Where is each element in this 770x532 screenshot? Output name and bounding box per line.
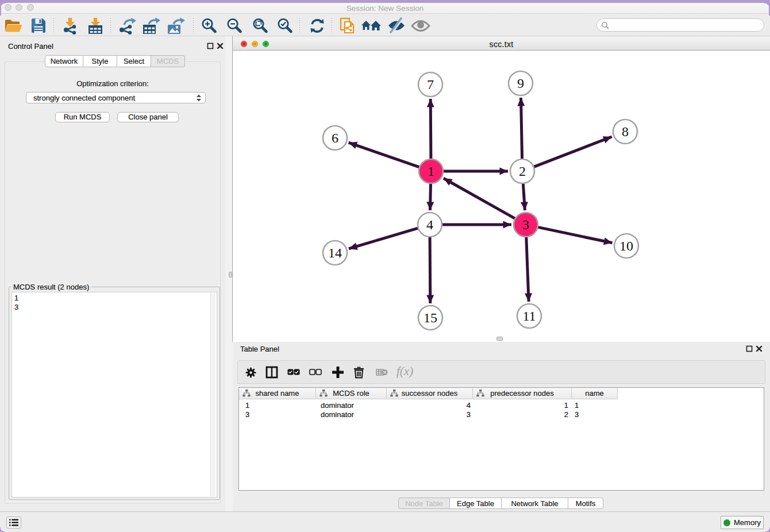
svg-text:10: 10 bbox=[619, 238, 633, 253]
svg-text:8: 8 bbox=[622, 124, 629, 139]
svg-text:6: 6 bbox=[332, 130, 338, 145]
svg-text:2: 2 bbox=[519, 164, 526, 179]
svg-text:7: 7 bbox=[427, 77, 434, 92]
svg-text:15: 15 bbox=[424, 310, 437, 325]
svg-text:11: 11 bbox=[522, 309, 536, 323]
svg-text:9: 9 bbox=[517, 76, 524, 91]
svg-text:3: 3 bbox=[522, 217, 529, 232]
svg-text:4: 4 bbox=[426, 217, 433, 232]
svg-text:14: 14 bbox=[328, 245, 342, 260]
svg-text:1: 1 bbox=[428, 164, 434, 179]
